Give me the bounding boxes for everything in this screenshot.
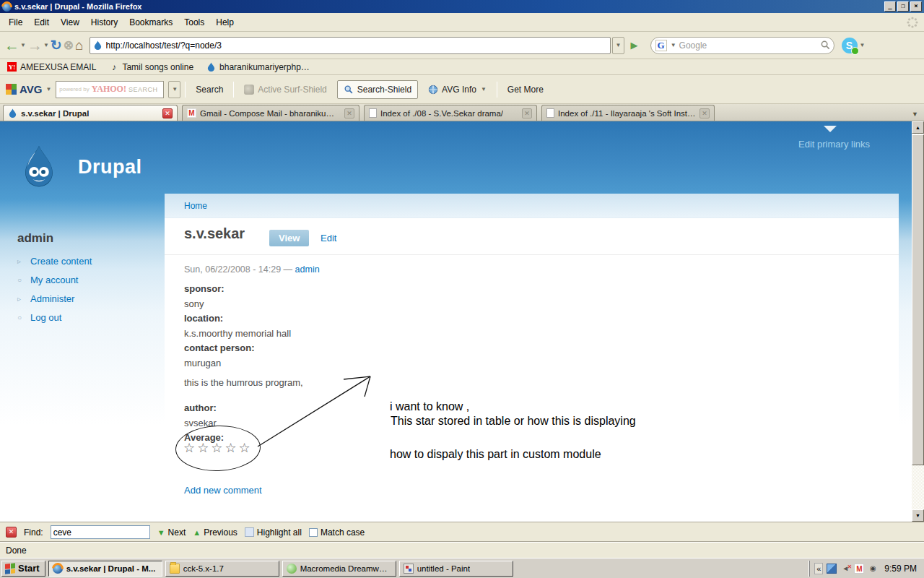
tab-svsekar-drupal[interactable]: s.v.sekar | Drupal ✕ <box>3 105 178 121</box>
bookmarks-toolbar: Y! AMEEXUSA EMAIL ♪ Tamil songs online b… <box>0 59 924 75</box>
edit-primary-links-link[interactable]: Edit primary links <box>798 139 870 150</box>
bookmark-bharanikumariyerphp[interactable]: bharanikumariyerphp… <box>206 62 310 72</box>
task-dreamweaver[interactable]: Macromedia Dreamweav... <box>282 561 396 577</box>
avg-info-button[interactable]: AVG Info ▼ <box>422 81 492 98</box>
close-button[interactable]: × <box>910 1 922 12</box>
breadcrumb-home-link[interactable]: Home <box>184 201 207 211</box>
sidebar-title: admin <box>17 231 154 246</box>
system-tray: « ◄ M ◉ 9:59 PM <box>809 561 923 577</box>
find-next-button[interactable]: ▼ Next <box>157 527 186 538</box>
tab-view[interactable]: View <box>269 230 309 246</box>
google-icon[interactable]: G <box>655 40 667 51</box>
navigation-toolbar: ←▼ →▼ ↻ ⊗ ⌂ http://localhost/test/?q=nod… <box>0 32 924 59</box>
highlight-all-button[interactable]: Highlight all <box>245 527 302 538</box>
down-arrow-icon: ▼ <box>157 528 165 537</box>
back-button[interactable]: ←▼ <box>4 35 26 56</box>
field-label: author: <box>184 402 217 413</box>
list-all-tabs-icon[interactable]: ▼ <box>912 111 918 118</box>
reload-button[interactable]: ↻ <box>51 35 62 56</box>
field-value: sony <box>184 298 204 309</box>
network-icon[interactable] <box>827 564 837 574</box>
find-close-icon[interactable]: ✕ <box>6 527 17 538</box>
task-paint[interactable]: untitled - Paint <box>399 561 513 577</box>
tab-close-icon[interactable]: ✕ <box>699 108 710 118</box>
firefox-icon <box>53 564 63 574</box>
task-firefox[interactable]: s.v.sekar | Drupal - M... <box>48 561 162 577</box>
bookmark-tamil-songs[interactable]: ♪ Tamil songs online <box>109 62 193 72</box>
sidebar-item-log-out[interactable]: ○ Log out <box>17 312 154 323</box>
paint-icon <box>404 564 414 574</box>
scroll-up-icon[interactable]: ▲ <box>912 121 924 134</box>
tab-close-icon[interactable]: ✕ <box>344 108 354 118</box>
avg-menu-button[interactable]: AVG ▼ <box>6 83 51 95</box>
menu-tools[interactable]: Tools <box>178 15 210 30</box>
start-button[interactable]: Start <box>1 561 45 577</box>
tab-close-icon[interactable]: ✕ <box>522 108 532 118</box>
author-link[interactable]: admin <box>295 264 320 275</box>
site-name[interactable]: Drupal <box>78 156 142 178</box>
menu-history[interactable]: History <box>85 15 123 30</box>
stop-button[interactable]: ⊗ <box>64 35 74 56</box>
forward-button[interactable]: →▼ <box>27 35 49 56</box>
menu-help[interactable]: Help <box>210 15 240 30</box>
muted-speaker-icon[interactable]: ◄ <box>840 564 850 574</box>
skype-dropdown-icon[interactable]: ▼ <box>860 42 866 48</box>
avg-search-button[interactable]: Search <box>190 81 229 98</box>
window-title: s.v.sekar | Drupal - Mozilla Firefox <box>14 2 141 11</box>
tab-close-icon[interactable]: ✕ <box>162 108 173 118</box>
folder-icon <box>170 564 180 574</box>
menu-view[interactable]: View <box>55 15 85 30</box>
restore-button[interactable]: ❐ <box>897 1 909 12</box>
tray-chevron-icon[interactable]: « <box>814 563 823 574</box>
find-previous-button[interactable]: ▲ Previous <box>193 527 237 538</box>
scrollbar-thumb[interactable] <box>912 134 924 465</box>
menu-edit[interactable]: Edit <box>28 15 55 30</box>
field-label: contact person: <box>184 342 255 353</box>
volume-icon[interactable]: ◉ <box>868 564 878 574</box>
tab-index-08[interactable]: Index of ./08 - S.Ve.Sekar drama/ ✕ <box>364 105 537 121</box>
tab-edit[interactable]: Edit <box>321 233 336 243</box>
go-button[interactable]: ▶ <box>626 37 643 54</box>
page-icon <box>369 108 377 118</box>
checkbox-icon[interactable] <box>309 528 318 537</box>
drupal-logo[interactable] <box>19 144 59 189</box>
find-input[interactable] <box>51 525 150 539</box>
active-surf-shield-button[interactable]: Active Surf-Shield <box>238 81 332 98</box>
up-arrow-icon: ▲ <box>193 528 201 537</box>
url-bar[interactable]: http://localhost/test/?q=node/3 <box>90 37 611 54</box>
scroll-down-icon[interactable]: ▼ <box>912 509 924 522</box>
menu-bookmarks[interactable]: Bookmarks <box>123 15 178 30</box>
sidebar-item-my-account[interactable]: ○ My account <box>17 275 154 285</box>
search-box[interactable]: G ▼ Google <box>650 37 834 54</box>
search-engine-dropdown-icon[interactable]: ▼ <box>671 42 676 48</box>
find-bar: ✕ Find: ▼ Next ▲ Previous Highlight all … <box>0 522 924 542</box>
yahoo-search-input[interactable]: powered by YAHOO! SEARCH <box>56 81 164 98</box>
sidebar-admin-block: admin ▹ Create content ○ My account ▹ Ad… <box>17 231 154 331</box>
match-case-checkbox[interactable]: Match case <box>309 527 365 538</box>
primary-links-notch <box>824 126 837 132</box>
firefox-icon <box>2 2 12 12</box>
tab-gmail[interactable]: M Gmail - Compose Mail - bharanikumariy.… <box>182 105 359 121</box>
magnifier-icon[interactable] <box>820 40 831 51</box>
sidebar-item-create-content[interactable]: ▹ Create content <box>17 256 154 267</box>
vertical-scrollbar[interactable]: ▲ ▼ <box>912 121 924 522</box>
dreamweaver-icon <box>287 564 297 574</box>
get-more-button[interactable]: Get More <box>502 81 549 98</box>
add-new-comment-link[interactable]: Add new comment <box>184 485 262 496</box>
avg-logo-icon <box>6 84 17 95</box>
gmail-notifier-icon[interactable]: M <box>854 564 864 574</box>
menu-file[interactable]: File <box>3 15 28 30</box>
bookmark-ameexusa[interactable]: Y! AMEEXUSA EMAIL <box>7 62 96 72</box>
url-dropdown-icon[interactable]: ▼ <box>612 37 624 54</box>
home-button[interactable]: ⌂ <box>75 35 83 56</box>
tab-index-11[interactable]: Index of ./11 - Ilayaraaja 's Soft Instr… <box>541 105 715 121</box>
skype-icon[interactable]: S <box>842 38 858 53</box>
search-shield-button[interactable]: Search-Shield <box>337 80 418 99</box>
taskbar: Start s.v.sekar | Drupal - M... cck-5.x-… <box>0 558 924 578</box>
yahoo-search-dropdown-icon[interactable]: ▼ <box>168 81 180 98</box>
minimize-button[interactable]: _ <box>884 1 896 12</box>
field-value: murugan <box>184 358 221 368</box>
task-cck-folder[interactable]: cck-5.x-1.7 <box>165 561 279 577</box>
sidebar-item-administer[interactable]: ▹ Administer <box>17 293 154 304</box>
search-input[interactable]: Google <box>679 40 817 51</box>
